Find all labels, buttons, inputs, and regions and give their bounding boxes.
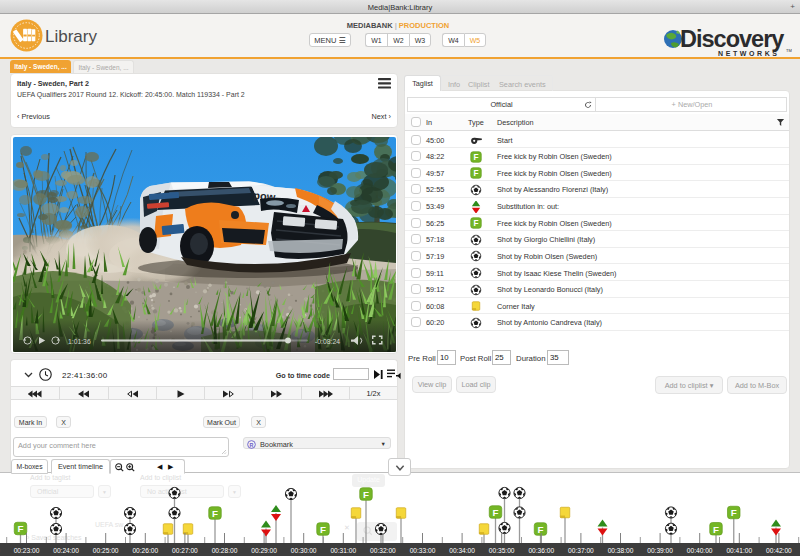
svg-text:F: F [473, 219, 478, 228]
svg-text:00:42:00: 00:42:00 [766, 547, 792, 554]
svg-text:00:27:00: 00:27:00 [172, 547, 198, 554]
svg-text:F: F [731, 507, 737, 518]
svg-text:F: F [473, 169, 478, 178]
svg-text:NETWORKS: NETWORKS [718, 50, 780, 57]
svg-text:00:36:00: 00:36:00 [528, 547, 554, 554]
svg-text:00:25:00: 00:25:00 [93, 547, 119, 554]
svg-text:00:23:00: 00:23:00 [14, 547, 40, 554]
svg-text:00:38:00: 00:38:00 [608, 547, 634, 554]
svg-text:00:31:00: 00:31:00 [330, 547, 356, 554]
svg-text:00:29:00: 00:29:00 [251, 547, 277, 554]
svg-text:00:26:00: 00:26:00 [132, 547, 158, 554]
svg-text:00:28:00: 00:28:00 [212, 547, 238, 554]
svg-text:00:33:00: 00:33:00 [410, 547, 436, 554]
svg-text:-0:08:24: -0:08:24 [315, 338, 340, 345]
svg-text:1:01:36: 1:01:36 [68, 338, 91, 345]
svg-text:TM: TM [786, 48, 792, 53]
svg-text:00:34:00: 00:34:00 [449, 547, 475, 554]
svg-text:F: F [212, 508, 218, 519]
svg-text:00:37:00: 00:37:00 [568, 547, 594, 554]
svg-text:00:24:00: 00:24:00 [53, 547, 79, 554]
svg-text:F: F [473, 153, 478, 162]
svg-text:F: F [363, 489, 369, 500]
svg-text:Discovery: Discovery [680, 26, 784, 52]
svg-text:00:35:00: 00:35:00 [489, 547, 515, 554]
svg-text:00:32:00: 00:32:00 [370, 547, 396, 554]
svg-text:R: R [250, 441, 254, 447]
svg-text:00:39:00: 00:39:00 [647, 547, 673, 554]
svg-text:F: F [493, 507, 499, 518]
svg-text:00:40:00: 00:40:00 [687, 547, 713, 554]
svg-text:00:30:00: 00:30:00 [291, 547, 317, 554]
svg-text:00:41:00: 00:41:00 [726, 547, 752, 554]
